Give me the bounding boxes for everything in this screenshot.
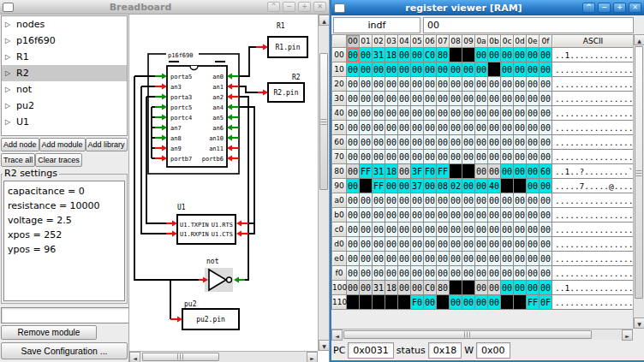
pin-arrow-r2[interactable] [258,90,268,96]
register-cell[interactable]: 00 [450,106,462,121]
register-cell[interactable]: 00 [540,106,552,121]
register-cell[interactable] [462,281,475,295]
register-cell[interactable]: 00 [424,237,437,252]
register-cell[interactable]: 00 [540,252,552,266]
register-cell[interactable]: 00 [501,135,514,150]
row-header-f0[interactable]: f0 [332,266,347,281]
register-cell[interactable]: 00 [411,150,424,164]
pin-arrow-an5[interactable] [227,115,239,121]
close-button[interactable]: ✕ [313,2,326,12]
pin-arrow-an11[interactable] [227,145,239,151]
register-cell[interactable]: 00 [347,135,360,150]
register-cell[interactable]: 00 [347,121,360,135]
register-cell[interactable]: 00 [501,92,514,106]
register-cell[interactable] [347,295,360,310]
pin-arrow-an9[interactable] [155,145,167,151]
register-cell[interactable]: 00 [424,77,437,92]
register-cell[interactable]: 00 [514,281,527,295]
register-cell[interactable] [437,295,450,310]
register-cell[interactable]: 00 [450,252,462,266]
property-list[interactable]: capacitance = 0resistance = 10000voltage… [3,181,125,301]
register-cell[interactable]: 00 [424,150,437,164]
register-cell[interactable]: 00 [540,281,552,295]
register-cell[interactable]: 00 [527,237,540,252]
horizontal-scroll-thumb[interactable] [142,353,219,361]
add-library-button[interactable]: Add library [86,138,128,151]
register-cell[interactable]: 00 [540,77,552,92]
col-header-06[interactable]: 06 [424,35,437,48]
register-cell[interactable]: 00 [501,223,514,237]
register-cell[interactable]: 00 [398,179,411,193]
register-cell[interactable]: 00 [527,92,540,106]
register-cell[interactable]: 00 [540,237,552,252]
register-cell[interactable]: 00 [527,77,540,92]
register-cell[interactable]: 00 [462,295,475,310]
row-header-10[interactable]: 10 [332,62,347,77]
register-cell[interactable]: 00 [501,164,514,179]
register-cell[interactable]: 00 [501,208,514,223]
register-cell[interactable]: 00 [424,135,437,150]
trace-all-button[interactable]: Trace all [1,153,35,167]
maximize-button[interactable]: + [298,2,311,12]
register-cell[interactable]: 00 [514,121,527,135]
register-cell[interactable]: 00 [424,223,437,237]
register-cell[interactable]: 00 [514,135,527,150]
vertical-scroll-thumb[interactable] [635,46,643,299]
register-cell[interactable]: 00 [514,106,527,121]
register-cell[interactable]: 00 [540,135,552,150]
pin-arrow-porta5[interactable] [155,74,167,80]
register-cell[interactable]: 00 [462,62,475,77]
register-cell[interactable]: 00 [450,121,462,135]
register-cell[interactable]: 00 [360,92,373,106]
register-cell[interactable]: 00 [347,208,360,223]
module-tree[interactable]: ▷nodes▷p16f690▷R1▷R2▷not▷pu2▷U1 [1,15,128,136]
tree-item-not[interactable]: ▷not [2,81,127,98]
col-header-0b[interactable]: 0b [488,35,501,48]
window-icon[interactable] [3,3,14,12]
register-cell[interactable]: 00 [347,237,360,252]
register-cell[interactable]: 00 [437,135,450,150]
register-cell[interactable]: 00 [501,106,514,121]
canvas-horizontal-scrollbar[interactable]: ◄ ► [129,351,318,362]
expander-icon[interactable]: ▷ [5,86,11,93]
scroll-right-icon[interactable]: ► [622,329,633,341]
pin-arrow-an8[interactable] [155,135,167,141]
register-cell[interactable] [373,295,385,310]
register-cell[interactable]: 00 [527,62,540,77]
register-cell[interactable]: 00 [347,106,360,121]
register-cell[interactable]: 00 [385,106,398,121]
register-cell[interactable]: 00 [347,62,360,77]
register-cell[interactable]: 00 [540,121,552,135]
register-cell[interactable] [501,179,514,193]
col-header-0e[interactable]: 0e [527,35,540,48]
register-cell[interactable]: 00 [450,62,462,77]
row-header-b0[interactable]: b0 [332,208,347,223]
register-cell[interactable]: 00 [475,62,488,77]
tree-item-nodes[interactable]: ▷nodes [2,16,127,33]
register-cell[interactable] [360,179,373,193]
col-header-0a[interactable]: 0a [475,35,488,48]
register-cell[interactable]: 00 [488,193,501,208]
property-line[interactable]: resistance = 10000 [8,200,124,215]
register-cell[interactable]: 00 [398,193,411,208]
register-cell[interactable]: 00 [475,193,488,208]
register-cell[interactable]: 18 [385,48,398,62]
scroll-left-icon[interactable]: ◄ [129,352,140,362]
pin-arrow-u1-cts[interactable] [236,231,248,237]
register-cell[interactable]: 00 [437,237,450,252]
row-header-90[interactable]: 90 [332,179,347,193]
register-cell[interactable]: 00 [462,135,475,150]
pin-arrow-r1[interactable] [256,45,268,50]
register-cell[interactable]: 00 [360,237,373,252]
register-cell[interactable]: 00 [360,266,373,281]
register-cell[interactable]: 00 [398,281,411,295]
register-cell[interactable]: 00 [360,252,373,266]
register-cell[interactable]: 00 [501,281,514,295]
register-cell[interactable]: 00 [411,266,424,281]
pin-arrow-an0[interactable] [227,74,239,80]
register-cell[interactable]: 00 [398,208,411,223]
register-cell[interactable]: 00 [424,266,437,281]
remove-module-button[interactable]: Remove module [1,325,97,340]
register-cell[interactable]: 00 [527,223,540,237]
register-cell[interactable]: 00 [527,164,540,179]
